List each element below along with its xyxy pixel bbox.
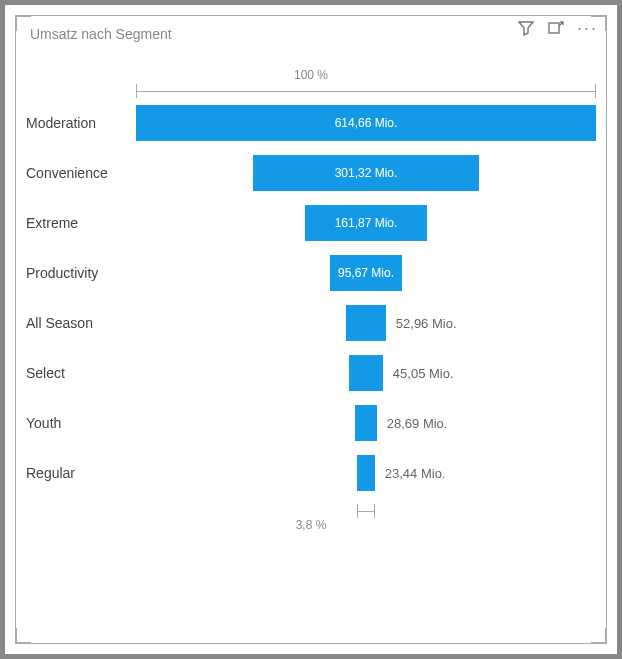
visual-toolbar: ··· [517, 14, 598, 42]
category-label: Extreme [26, 215, 136, 231]
funnel-row: Youth28,69 Mio. [26, 398, 596, 448]
top-caliper-label: 100 % [26, 68, 596, 82]
bar-zone: 614,66 Mio. [136, 105, 596, 141]
funnel-row: Extreme161,87 Mio. [26, 198, 596, 248]
selection-handle-br[interactable] [591, 628, 607, 644]
category-label: All Season [26, 315, 136, 331]
bar-zone: 95,67 Mio. [136, 255, 596, 291]
funnel-bar[interactable] [355, 405, 376, 441]
bar-zone: 52,96 Mio. [136, 305, 596, 341]
focus-mode-icon[interactable] [547, 19, 565, 37]
bar-zone: 161,87 Mio. [136, 205, 596, 241]
bar-zone: 45,05 Mio. [136, 355, 596, 391]
category-label: Productivity [26, 265, 136, 281]
selection-handle-bl[interactable] [15, 628, 31, 644]
top-caliper: 100 % [26, 68, 596, 94]
funnel-bar[interactable] [357, 455, 375, 491]
funnel-bar[interactable]: 95,67 Mio. [330, 255, 402, 291]
funnel-row: All Season52,96 Mio. [26, 298, 596, 348]
bottom-caliper-label: 3,8 % [26, 518, 596, 532]
category-label: Youth [26, 415, 136, 431]
funnel-rows: Moderation614,66 Mio.Convenience301,32 M… [26, 98, 596, 498]
funnel-bar[interactable]: 614,66 Mio. [136, 105, 596, 141]
bar-zone: 23,44 Mio. [136, 455, 596, 491]
funnel-row: Moderation614,66 Mio. [26, 98, 596, 148]
chart-title: Umsatz nach Segment [30, 26, 598, 42]
funnel-bar[interactable] [346, 305, 386, 341]
funnel-bar[interactable]: 161,87 Mio. [305, 205, 426, 241]
bar-zone: 28,69 Mio. [136, 405, 596, 441]
funnel-row: Regular23,44 Mio. [26, 448, 596, 498]
value-label: 45,05 Mio. [383, 355, 454, 391]
funnel-chart: 100 % Moderation614,66 Mio.Convenience30… [26, 68, 596, 627]
funnel-bar[interactable]: 301,32 Mio. [253, 155, 479, 191]
bottom-caliper: 3,8 % [26, 504, 596, 530]
funnel-row: Productivity95,67 Mio. [26, 248, 596, 298]
funnel-row: Convenience301,32 Mio. [26, 148, 596, 198]
category-label: Regular [26, 465, 136, 481]
svg-rect-0 [549, 23, 559, 33]
filter-icon[interactable] [517, 19, 535, 37]
value-label: 23,44 Mio. [375, 455, 446, 491]
funnel-bar[interactable] [349, 355, 383, 391]
more-options-icon[interactable]: ··· [577, 19, 598, 37]
value-label: 28,69 Mio. [377, 405, 448, 441]
category-label: Convenience [26, 165, 136, 181]
category-label: Select [26, 365, 136, 381]
selection-handle-tl[interactable] [15, 15, 31, 31]
visual-outer-frame: ··· Umsatz nach Segment 100 % Moderation… [0, 0, 622, 659]
bar-zone: 301,32 Mio. [136, 155, 596, 191]
value-label: 52,96 Mio. [386, 305, 457, 341]
category-label: Moderation [26, 115, 136, 131]
visual-inner-frame[interactable]: ··· Umsatz nach Segment 100 % Moderation… [15, 15, 607, 644]
funnel-row: Select45,05 Mio. [26, 348, 596, 398]
